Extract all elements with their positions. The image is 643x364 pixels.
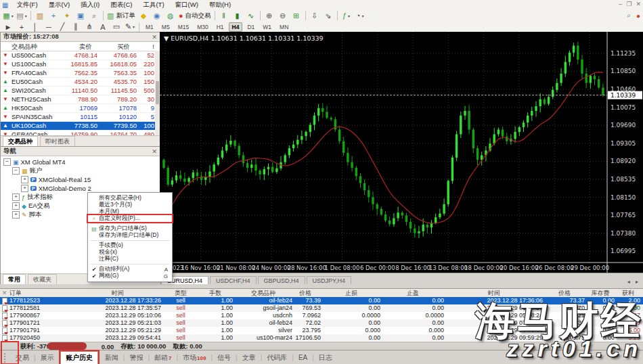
market-row-SPAIN35Cash[interactable]: ▼SPAIN35Cash10115101205	[1, 113, 160, 122]
tab-即时图表[interactable]: 即时图表	[40, 136, 75, 147]
market-row-NETH25Cash[interactable]: ▼NETH25Cash788.90789.2030	[1, 95, 160, 104]
cursor-tool[interactable]: ►	[2, 21, 14, 32]
navigator-icon[interactable]: ✦	[61, 10, 73, 22]
market-row-US500Cash[interactable]: ▼US500Cash4768.144768.6652	[1, 51, 160, 60]
tab-交易品种[interactable]: 交易品种	[3, 136, 38, 147]
menu-插入(I)[interactable]: 插入(I)	[75, 1, 105, 8]
menu-窗口(W)[interactable]: 窗口(W)	[170, 1, 204, 8]
market-row-EU50Cash[interactable]: ▲EU50Cash4534.204535.70150	[1, 78, 160, 87]
collapse-icon[interactable]: −	[12, 167, 20, 175]
arrows-tool[interactable]: ✎▾	[124, 21, 136, 32]
market-watch-icon[interactable]: ▥	[34, 10, 46, 22]
zoom-in-icon[interactable]: ⊕	[263, 10, 275, 22]
crosshair-tool[interactable]: +	[16, 21, 28, 32]
vertical-line-tool[interactable]: │	[29, 21, 41, 32]
cascade-icon[interactable]: ⇘	[322, 10, 334, 22]
candlestick-chart-icon[interactable]: ▮	[231, 10, 244, 22]
market-watch-col-spread[interactable]: !	[152, 42, 154, 51]
menu-item-自定义时段(P)...[interactable]: ⌕自定义时段(P)...	[88, 215, 172, 222]
market-row-SWI20Cash[interactable]: ▲SWI20Cash11140.5011145.50500	[1, 87, 160, 95]
tab-常用[interactable]: 常用	[3, 274, 26, 285]
chevron-down-icon[interactable]: ▾	[12, 14, 14, 18]
new-chart-icon[interactable]: ▦▾	[2, 10, 14, 22]
channel-tool[interactable]: ∥	[70, 21, 82, 32]
menu-显示(V)[interactable]: 显示(V)	[43, 1, 76, 8]
periods-icon[interactable]: ◔▾	[354, 10, 366, 22]
tab-EA[interactable]: EA	[294, 352, 312, 363]
menu-item-注释(C)[interactable]: 注释(C)	[88, 256, 172, 263]
expand-icon[interactable]: +	[12, 211, 20, 219]
minimize-icon[interactable]: –	[619, 1, 622, 7]
market-row-FRA40Cash[interactable]: ▼FRA40Cash7562.357563.35100	[1, 69, 160, 78]
autotrading-button[interactable]: ●自动交易	[178, 10, 212, 22]
tab-展示[interactable]: 展示	[36, 352, 59, 364]
market-row-UK100Cash[interactable]: ▲UK100Cash7738.507739.50100	[1, 122, 160, 131]
horizontal-line-tool[interactable]: ─	[43, 21, 55, 32]
order-row-177901721[interactable]: 1779017212023.12.29 05:21:03sell1.00oil-…	[0, 319, 643, 327]
strategy-tester-icon[interactable]: ⌕	[88, 10, 100, 22]
data-window-icon[interactable]: +	[47, 10, 60, 22]
timeframe-M5[interactable]: M5	[158, 22, 173, 32]
market-row-GER40Cash[interactable]: ▼GER40Cash16759.9016764.70480	[1, 131, 160, 135]
close-icon[interactable]: ✕	[152, 148, 157, 155]
notifications-icon[interactable]: ●	[636, 12, 640, 20]
expand-icon[interactable]: +	[21, 185, 28, 192]
menu-item-网格(G)[interactable]: ✔网格(G)G	[88, 273, 172, 279]
tab-文章[interactable]: 文章	[238, 352, 261, 364]
chevron-down-icon[interactable]: ▾	[133, 24, 135, 29]
order-row-177812581[interactable]: 1778125812023.12.28 17:35:57sell1.00gsoi…	[0, 304, 643, 312]
timeframe-M30[interactable]: M30	[194, 22, 212, 32]
tab-邮箱[interactable]: 邮箱7	[150, 352, 176, 364]
line-chart-icon[interactable]: ∿	[245, 10, 257, 22]
tab-警报[interactable]: 警报	[125, 352, 148, 364]
market-row-HK50Cash[interactable]: ▲HK50Cash17069170789	[1, 104, 160, 113]
profiles-icon[interactable]: ▤▾	[16, 10, 28, 22]
web-icon[interactable]: ◍	[164, 10, 177, 22]
close-icon[interactable]: ✕	[152, 34, 157, 41]
tab-信号[interactable]: 信号	[213, 352, 236, 364]
search-icon[interactable]: ⌕	[627, 12, 631, 20]
expand-icon[interactable]: +	[12, 202, 20, 210]
close-icon[interactable]: ✕	[636, 1, 641, 7]
market-watch-col-ask[interactable]: 买价	[117, 42, 130, 51]
timeframe-D1[interactable]: D1	[244, 22, 258, 32]
label-tool[interactable]: ▭	[110, 21, 123, 32]
bar-chart-icon[interactable]: ‖	[218, 10, 230, 22]
window-controls[interactable]: –❐✕	[619, 1, 641, 7]
chevron-down-icon[interactable]: ▾	[348, 14, 350, 18]
menu-帮助(H)[interactable]: 帮助(H)	[204, 1, 236, 8]
market-watch-col-symbol[interactable]: 交易品种	[12, 42, 37, 51]
price-chart[interactable]: 1.112351.108501.104601.100751.096901.093…	[160, 32, 643, 273]
menu-图表(C)[interactable]: 图表(C)	[105, 1, 137, 8]
nav-item-XM Global MT4[interactable]: −▣XM Global MT4	[1, 158, 160, 166]
expand-icon[interactable]: +	[12, 194, 20, 201]
nav-item-XMGlobal-Real 15[interactable]: +PXMGlobal-Real 15	[1, 175, 160, 184]
fibonacci-tool[interactable]: ⋔	[83, 21, 95, 32]
tab-交易[interactable]: 交易	[11, 352, 34, 364]
menu-item-保存为详细户口结单(D)[interactable]: 保存为详细户口结单(D)	[88, 232, 172, 239]
timeframe-W1[interactable]: W1	[259, 22, 275, 32]
tile-windows-icon[interactable]: ⊞	[290, 10, 303, 22]
tab-日志[interactable]: 日志	[314, 352, 337, 364]
tab-新闻[interactable]: 新闻	[100, 352, 123, 364]
terminal-panel-icon[interactable]: ▣	[74, 10, 87, 22]
zoom-out-icon[interactable]: ⊖	[277, 10, 289, 22]
timeframe-H1[interactable]: H1	[213, 22, 227, 32]
nav-item-账户[interactable]: −▦账户	[1, 166, 160, 175]
timeframe-MN[interactable]: MN	[276, 22, 292, 32]
tab-市场[interactable]: 市场109	[178, 352, 210, 364]
menu-工具(T)[interactable]: 工具(T)	[137, 1, 169, 8]
arrange-icon[interactable]: ⇩	[309, 10, 321, 22]
expand-icon[interactable]: +	[21, 176, 28, 183]
timeframe-H4[interactable]: H4	[229, 22, 243, 32]
collapse-icon[interactable]: −	[3, 158, 11, 166]
order-row-177920450[interactable]: 1779204502023.12.29 09:54:41sell1.00us10…	[0, 334, 643, 342]
timeframe-M15[interactable]: M15	[175, 22, 193, 32]
trendline-tool[interactable]: ╱	[56, 21, 68, 32]
chevron-down-icon[interactable]: ▾	[361, 14, 363, 18]
tab-账户历史[interactable]: 账户历史	[60, 351, 98, 364]
order-row-177901791[interactable]: 1779017912023.12.29 05:21:29sell1.00silv…	[0, 327, 643, 334]
restore-icon[interactable]: ❐	[626, 1, 631, 7]
order-row-177812523[interactable]: 1778125232023.12.28 17:33:26sell1.00oil-…	[0, 297, 643, 304]
market-watch-scrollbar[interactable]	[155, 51, 160, 139]
